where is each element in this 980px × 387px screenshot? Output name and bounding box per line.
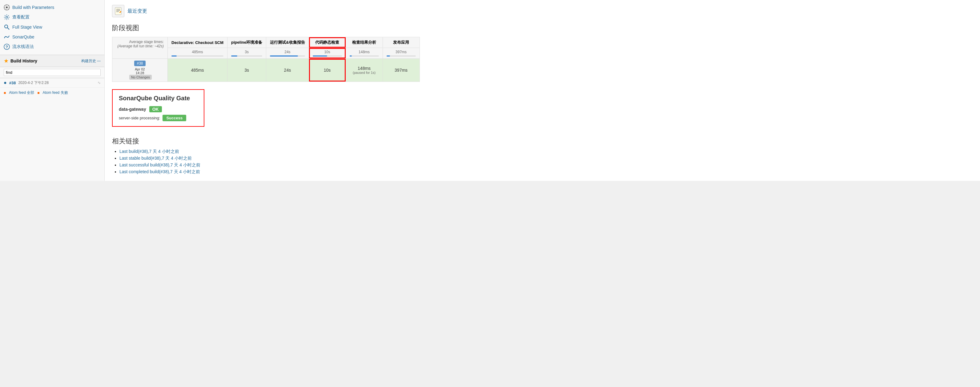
sidebar-item-view-config[interactable]: 查看配置 — [0, 12, 104, 22]
build-search-box — [0, 67, 104, 78]
atom-feed-fail-link[interactable]: Atom feed 失败 — [43, 90, 68, 95]
build-history-section: ★ Build History 构建历史 — ● #38 2020-4-2 下午… — [0, 55, 104, 98]
stage-sub: (paused for 1s) — [350, 71, 379, 75]
svg-rect-7 — [115, 7, 121, 15]
sonarqube-title: SonarQube Quality Gate — [119, 95, 197, 102]
success-badge: Success — [162, 115, 186, 121]
related-link-0[interactable]: Last build(#38),7 天 4 小时之前 — [119, 149, 179, 154]
build-history-link[interactable]: 构建历史 — — [81, 59, 101, 64]
related-link-3[interactable]: Last completed build(#38),7 天 4 小时之前 — [119, 169, 200, 174]
avg-time-static: 10s — [309, 48, 346, 59]
atom-feed-all-link[interactable]: Atom feed 全部 — [9, 90, 34, 95]
sidebar-item-sonarqube[interactable]: SonarQube — [0, 32, 104, 42]
sidebar-item-label: Full Stage View — [12, 25, 42, 30]
svg-point-2 — [6, 16, 8, 18]
stage-view-title: 阶段视图 — [112, 24, 973, 33]
atom-icon-all: ■ — [4, 91, 6, 95]
project-label: data-gateway — [119, 107, 146, 112]
avg-time-publish: 397ms — [383, 48, 420, 59]
settings-icon — [4, 14, 10, 20]
svg-text:?: ? — [6, 44, 8, 49]
sidebar-item-label: Build with Parameters — [12, 5, 54, 10]
no-changes-badge: No Changes — [129, 75, 152, 80]
stage-value: 3s — [231, 68, 262, 73]
list-item: Last stable build(#38),7 天 4 小时之前 — [119, 155, 973, 161]
avg-run-label: (Average full run time: ~42s) — [117, 44, 164, 48]
col-header-test: 运行测试&收集报告 — [266, 37, 309, 48]
avg-time-test: 24s — [266, 48, 309, 59]
stage-cell-checkout[interactable]: 485ms — [168, 59, 228, 82]
stage-value: 10s — [313, 68, 342, 73]
build-badge: #38 — [134, 60, 145, 66]
recent-changes-section: 最近变更 — [112, 5, 973, 17]
col-header-static: 代码静态检查 — [309, 37, 346, 48]
sidebar-item-label: SonarQube — [12, 35, 35, 40]
avg-time-env: 3s — [228, 48, 266, 59]
quality-row: data-gateway OK — [119, 106, 197, 112]
list-item: Last successful build(#38),7 天 4 小时之前 — [119, 162, 973, 168]
processing-row: server-side processing: Success — [119, 115, 197, 121]
search-icon — [4, 24, 10, 30]
stage-value: 397ms — [387, 68, 416, 73]
sidebar-item-full-stage-view[interactable]: Full Stage View — [0, 22, 104, 32]
avg-time-analysis: 148ms — [346, 48, 383, 59]
stage-cell-analysis[interactable]: 148ms (paused for 1s) — [346, 59, 383, 82]
sidebar-item-label: 查看配置 — [12, 14, 30, 20]
list-item: Last build(#38),7 天 4 小时之前 — [119, 149, 973, 154]
recent-changes-icon — [112, 5, 124, 17]
col-header-checkout: Declarative: Checkout SCM — [168, 37, 228, 48]
stage-cell-static[interactable]: 10s — [309, 59, 346, 82]
avg-time-checkout: 485ms — [168, 48, 228, 59]
ok-badge: OK — [149, 106, 162, 112]
atom-icon-fail: ■ — [37, 91, 40, 95]
atom-feeds-section: ■ Atom feed 全部 ■ Atom feed 失败 — [0, 88, 104, 98]
build-rss-icon: ∿ — [97, 81, 101, 85]
blue-ball-icon: ● — [4, 80, 7, 86]
svg-line-4 — [7, 28, 9, 30]
build-search-input[interactable] — [4, 69, 101, 76]
related-links-title: 相关链接 — [112, 136, 973, 146]
col-header-publish: 发布应用 — [383, 37, 420, 48]
build-history-title: Build History — [11, 59, 80, 63]
sidebar-item-pipeline-syntax[interactable]: ? 流水线语法 — [0, 42, 104, 52]
processing-label: server-side processing: — [119, 116, 160, 120]
stage-cell-env[interactable]: 3s — [228, 59, 266, 82]
help-icon: ? — [4, 44, 10, 50]
build-time: 2020-4-2 下午2:28 — [18, 80, 95, 86]
sonarqube-gate-box: SonarQube Quality Gate data-gateway OK s… — [112, 89, 204, 127]
build-date: Apr 02 — [115, 67, 165, 71]
build-time: 14:28 — [115, 71, 165, 75]
col-header-analysis: 检查结果分析 — [346, 37, 383, 48]
build-number-link[interactable]: #38 — [9, 81, 16, 85]
related-link-1[interactable]: Last stable build(#38),7 天 4 小时之前 — [119, 155, 192, 160]
build-label-cell: #38 Apr 02 14:28 No Changes — [112, 59, 168, 82]
main-content: 最近变更 阶段视图 Average stage times: (Average … — [105, 0, 980, 181]
build-entry: ● #38 2020-4-2 下午2:28 ∿ — [0, 78, 104, 88]
build-row-38: #38 Apr 02 14:28 No Changes 485ms 3s 24s — [112, 59, 420, 82]
svg-point-1 — [6, 6, 8, 8]
svg-point-3 — [5, 25, 8, 28]
sidebar-item-build-with-params[interactable]: Build with Parameters — [0, 2, 104, 12]
build-history-icon: ★ — [4, 57, 9, 64]
sidebar: Build with Parameters 查看配置 Full Stage Vi… — [0, 0, 105, 181]
stage-value: 24s — [270, 68, 305, 73]
related-link-2[interactable]: Last successful build(#38),7 天 4 小时之前 — [119, 162, 200, 167]
col-header-env: pipeline环境准备 — [228, 37, 266, 48]
build-history-header: ★ Build History 构建历史 — — [0, 55, 104, 67]
related-links-section: 相关链接 Last build(#38),7 天 4 小时之前 Last sta… — [112, 136, 973, 175]
avg-stage-label: Average stage times: — [129, 40, 164, 44]
wave-icon — [4, 34, 10, 40]
related-links-list: Last build(#38),7 天 4 小时之前 Last stable b… — [112, 149, 973, 175]
list-item: Last completed build(#38),7 天 4 小时之前 — [119, 169, 973, 175]
stage-table: Average stage times: (Average full run t… — [112, 37, 420, 82]
sidebar-item-label: 流水线语法 — [12, 44, 34, 49]
stage-cell-test[interactable]: 24s — [266, 59, 309, 82]
stage-cell-publish[interactable]: 397ms — [383, 59, 420, 82]
gear-circle-icon — [4, 4, 10, 11]
stage-value: 148ms — [350, 66, 379, 71]
recent-changes-link[interactable]: 最近变更 — [127, 8, 147, 14]
stage-value: 485ms — [172, 68, 223, 73]
stage-table-wrapper: Average stage times: (Average full run t… — [112, 37, 973, 82]
